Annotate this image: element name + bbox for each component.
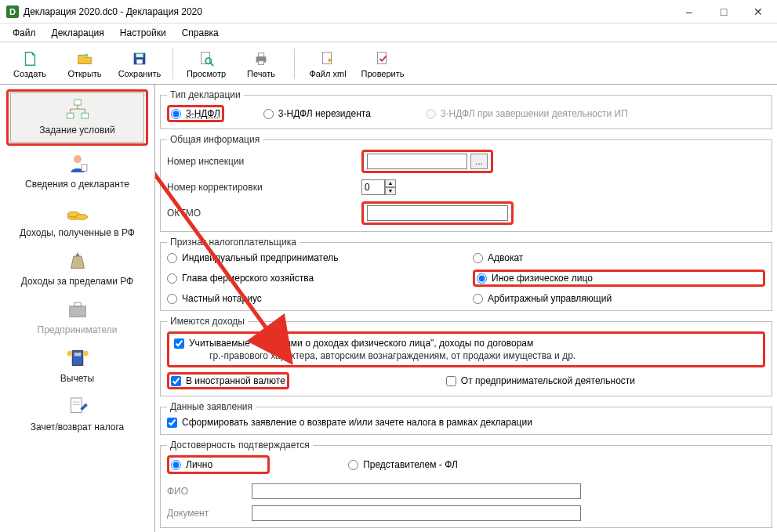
radio-advokat-input[interactable]	[473, 253, 483, 263]
save-icon	[131, 50, 148, 67]
check-spravki-label: Учитываемые "справками о доходах физичес…	[189, 337, 575, 362]
radio-3ndfl-nonresident[interactable]: 3-НДФЛ нерезидента	[263, 108, 371, 119]
menu-file[interactable]: Файл	[5, 25, 44, 41]
radio-personally-input[interactable]	[171, 460, 181, 470]
menu-help[interactable]: Справка	[174, 25, 227, 41]
legend-general-info: Общая информация	[167, 134, 263, 145]
radio-farmer-input[interactable]	[167, 273, 177, 284]
radio-arbitr-input[interactable]	[473, 294, 483, 304]
menubar: Файл Декларация Настройки Справка	[0, 24, 777, 42]
radio-advokat[interactable]: Адвокат	[473, 252, 765, 263]
toolbar-open-label: Открыть	[67, 69, 101, 78]
sidebar-item-income-rf[interactable]: Доходы, полученные в РФ	[2, 196, 153, 244]
check-entrepr-label: От предпринимательской деятельности	[461, 375, 635, 386]
toolbar-print-label: Печать	[247, 69, 275, 78]
toolbar-separator	[294, 49, 295, 79]
radio-farmer[interactable]: Глава фермерского хозяйства	[167, 273, 457, 284]
label-correction: Номер корректировки	[167, 182, 355, 193]
app-icon: D	[6, 5, 19, 18]
radio-representative-label: Представителем - ФЛ	[363, 459, 458, 470]
close-button[interactable]: ✕	[741, 0, 775, 24]
radio-notary[interactable]: Частный нотариус	[167, 293, 457, 304]
print-icon	[252, 50, 270, 67]
open-folder-icon	[76, 50, 93, 67]
check-spravki[interactable]: Учитываемые "справками о доходах физичес…	[174, 337, 758, 362]
toolbar: Создать Открыть Сохранить Просмотр Печат…	[0, 42, 777, 85]
label-oktmo: ОКТМО	[167, 208, 355, 219]
radio-representative-input[interactable]	[348, 460, 358, 470]
radio-notary-input[interactable]	[167, 294, 177, 304]
toolbar-save[interactable]: Сохранить	[113, 44, 166, 84]
spinner-correction[interactable]: ▲ ▼	[361, 179, 396, 195]
radio-other-person-input[interactable]	[477, 273, 487, 284]
svg-line-5	[211, 63, 214, 66]
radio-ip[interactable]: Индивидуальный предприниматель	[167, 252, 457, 263]
button-inspection-browse[interactable]: …	[470, 154, 488, 169]
check-entrepr-input[interactable]	[446, 376, 456, 386]
sidebar-item-deductions[interactable]: Вычеты	[2, 342, 153, 390]
check-form-application[interactable]: Сформировать заявление о возврате и/или …	[167, 417, 765, 428]
svg-rect-11	[74, 100, 81, 105]
radio-representative[interactable]: Представителем - ФЛ	[348, 459, 458, 470]
input-oktmo[interactable]	[367, 205, 508, 221]
toolbar-file-xml-label: Файл xml	[309, 69, 346, 78]
sidebar-item-offset-refund[interactable]: Зачет/возврат налога	[2, 390, 153, 439]
svg-rect-19	[69, 306, 85, 317]
radio-personally[interactable]: Лично	[171, 459, 212, 470]
legend-application-data: Данные заявления	[167, 401, 256, 412]
check-foreign-input[interactable]	[171, 376, 181, 386]
toolbar-open[interactable]: Открыть	[58, 44, 111, 84]
radio-3ndfl-input[interactable]	[171, 109, 181, 119]
radio-3ndfl-ip-close[interactable]: 3-НДФЛ при завершении деятельности ИП	[426, 108, 628, 119]
radio-other-person[interactable]: Иное физическое лицо	[477, 273, 761, 284]
toolbar-check[interactable]: Проверить	[356, 44, 409, 84]
radio-other-person-label: Иное физическое лицо	[492, 273, 593, 284]
check-foreign-label: В иностранной валюте	[186, 375, 285, 386]
money-bag-icon	[64, 249, 91, 273]
radio-farmer-label: Глава фермерского хозяйства	[182, 273, 314, 284]
toolbar-create[interactable]: Создать	[3, 44, 56, 84]
radio-ip-input[interactable]	[167, 253, 177, 263]
radio-notary-label: Частный нотариус	[182, 293, 262, 304]
radio-3ndfl-ip-close-input[interactable]	[426, 109, 436, 119]
input-correction[interactable]	[361, 179, 385, 195]
check-spravki-line1: Учитываемые "справками о доходах физичес…	[189, 338, 533, 349]
maximize-button[interactable]: □	[706, 0, 741, 24]
radio-3ndfl-nonresident-input[interactable]	[263, 109, 274, 119]
radio-arbitr[interactable]: Арбитражный управляющий	[473, 293, 765, 304]
group-taxpayer-type: Признак налогоплательщика Индивидуальный…	[160, 237, 772, 311]
sidebar-item-entrepreneurs[interactable]: Предприниматели	[2, 293, 153, 342]
sidebar-item-declarant[interactable]: Сведения о декларанте	[2, 147, 153, 196]
toolbar-file-xml[interactable]: Файл xml	[301, 44, 354, 84]
menu-settings[interactable]: Настройки	[112, 25, 174, 41]
group-declaration-type: Тип декларации 3-НДФЛ 3-НДФЛ нерезидента…	[160, 89, 772, 129]
svg-rect-8	[258, 60, 263, 64]
toolbar-print[interactable]: Печать	[234, 44, 288, 84]
coins-rf-icon	[64, 201, 91, 224]
radio-arbitr-label: Арбитражный управляющий	[488, 293, 612, 304]
toolbar-preview-label: Просмотр	[187, 69, 226, 78]
group-application-data: Данные заявления Сформировать заявление …	[160, 401, 772, 435]
check-entrepreneurial[interactable]: От предпринимательской деятельности	[446, 375, 635, 386]
sidebar-item-income-abroad[interactable]: Доходы за пределами РФ	[2, 244, 153, 293]
xml-file-icon	[319, 50, 336, 67]
check-foreign-currency[interactable]: В иностранной валюте	[171, 375, 285, 386]
svg-rect-15	[82, 165, 87, 172]
check-icon	[374, 50, 391, 67]
legend-taxpayer-type: Признак налогоплательщика	[167, 237, 300, 248]
sidebar-item-label: Задание условий	[39, 125, 114, 136]
input-inspection[interactable]	[367, 154, 467, 169]
check-form-application-input[interactable]	[167, 418, 177, 428]
toolbar-preview[interactable]: Просмотр	[180, 44, 233, 84]
radio-3ndfl[interactable]: 3-НДФЛ	[171, 108, 220, 119]
spinner-up[interactable]: ▲	[385, 179, 396, 187]
label-fio: ФИО	[167, 486, 245, 497]
menu-declaration[interactable]: Декларация	[44, 25, 112, 41]
svg-rect-25	[71, 398, 82, 413]
radio-3ndfl-label: 3-НДФЛ	[186, 108, 220, 119]
sidebar-item-conditions[interactable]: Задание условий	[10, 92, 144, 143]
spinner-down[interactable]: ▼	[385, 187, 396, 195]
radio-personally-label: Лично	[186, 459, 212, 470]
minimize-button[interactable]: –	[672, 0, 706, 24]
check-spravki-input[interactable]	[174, 338, 184, 349]
